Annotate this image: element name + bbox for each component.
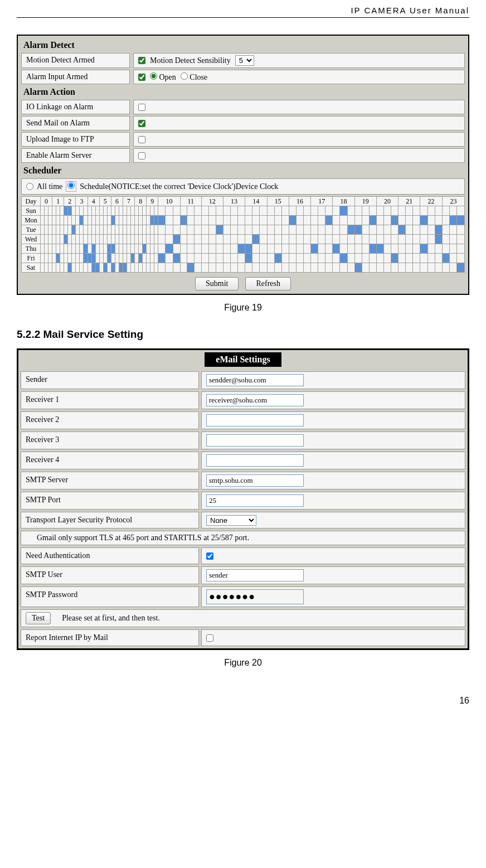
schedule-cell[interactable] (311, 206, 318, 216)
schedule-cell[interactable] (340, 254, 347, 263)
schedule-cell[interactable] (333, 225, 340, 235)
schedule-cell[interactable] (154, 206, 158, 216)
schedule-cell[interactable] (252, 216, 260, 225)
schedule-cell[interactable] (80, 216, 84, 225)
schedule-cell[interactable] (139, 235, 143, 244)
schedule-cell[interactable] (201, 216, 208, 225)
schedule-cell[interactable] (88, 216, 91, 225)
schedule-cell[interactable] (139, 216, 143, 225)
schedule-cell[interactable] (289, 225, 296, 235)
sender-input[interactable] (206, 374, 304, 386)
schedule-cell[interactable] (68, 244, 72, 254)
schedule-cell[interactable] (238, 244, 245, 254)
schedule-radio[interactable] (67, 182, 75, 189)
schedule-cell[interactable] (48, 263, 52, 273)
schedule-cell[interactable] (376, 244, 383, 254)
schedule-cell[interactable] (123, 244, 127, 254)
schedule-cell[interactable] (406, 244, 413, 254)
schedule-cell[interactable] (223, 263, 230, 273)
schedule-cell[interactable] (41, 206, 45, 216)
schedule-cell[interactable] (143, 244, 147, 254)
schedule-cell[interactable] (406, 216, 413, 225)
schedule-cell[interactable] (99, 254, 103, 263)
schedule-cell[interactable] (107, 206, 111, 216)
schedule-cell[interactable] (84, 263, 88, 273)
schedule-cell[interactable] (391, 254, 398, 263)
schedule-cell[interactable] (41, 254, 45, 263)
schedule-cell[interactable] (143, 225, 147, 235)
schedule-cell[interactable] (195, 235, 202, 244)
schedule-cell[interactable] (449, 206, 456, 216)
schedule-cell[interactable] (76, 216, 80, 225)
schedule-cell[interactable] (231, 244, 238, 254)
schedule-cell[interactable] (195, 244, 202, 254)
schedule-cell[interactable] (267, 263, 274, 273)
schedule-cell[interactable] (52, 254, 56, 263)
schedule-cell[interactable] (131, 206, 135, 216)
schedule-cell[interactable] (131, 254, 135, 263)
schedule-cell[interactable] (238, 254, 245, 263)
schedule-cell[interactable] (281, 216, 289, 225)
schedule-cell[interactable] (115, 225, 119, 235)
schedule-cell[interactable] (80, 206, 84, 216)
schedule-cell[interactable] (52, 225, 56, 235)
schedule-cell[interactable] (111, 244, 115, 254)
schedule-cell[interactable] (95, 244, 99, 254)
schedule-cell[interactable] (201, 235, 208, 244)
schedule-cell[interactable] (231, 254, 238, 263)
schedule-cell[interactable] (296, 263, 303, 273)
schedule-cell[interactable] (216, 225, 223, 235)
schedule-cell[interactable] (325, 254, 333, 263)
schedule-cell[interactable] (223, 244, 230, 254)
schedule-cell[interactable] (281, 225, 289, 235)
schedule-cell[interactable] (150, 235, 154, 244)
schedule-cell[interactable] (88, 235, 91, 244)
schedule-cell[interactable] (376, 225, 383, 235)
schedule-cell[interactable] (147, 225, 150, 235)
schedule-cell[interactable] (56, 263, 60, 273)
schedule-cell[interactable] (413, 263, 420, 273)
schedule-cell[interactable] (131, 216, 135, 225)
schedule-cell[interactable] (274, 235, 281, 244)
schedule-cell[interactable] (435, 263, 442, 273)
schedule-cell[interactable] (139, 244, 143, 254)
schedule-cell[interactable] (143, 235, 147, 244)
schedule-cell[interactable] (435, 216, 442, 225)
motion-detect-checkbox[interactable] (138, 57, 145, 64)
schedule-cell[interactable] (103, 216, 107, 225)
schedule-cell[interactable] (166, 254, 173, 263)
schedule-cell[interactable] (281, 235, 289, 244)
schedule-cell[interactable] (420, 244, 427, 254)
schedule-cell[interactable] (76, 225, 80, 235)
schedule-cell[interactable] (91, 206, 95, 216)
schedule-cell[interactable] (187, 225, 195, 235)
schedule-cell[interactable] (95, 206, 99, 216)
schedule-cell[interactable] (154, 225, 158, 235)
schedule-cell[interactable] (127, 254, 131, 263)
schedule-cell[interactable] (88, 206, 91, 216)
schedule-cell[interactable] (406, 263, 413, 273)
schedule-cell[interactable] (147, 263, 150, 273)
schedule-cell[interactable] (376, 263, 383, 273)
schedule-cell[interactable] (398, 225, 406, 235)
schedule-cell[interactable] (88, 225, 91, 235)
schedule-cell[interactable] (449, 216, 456, 225)
schedule-cell[interactable] (99, 235, 103, 244)
schedule-cell[interactable] (135, 216, 139, 225)
schedule-cell[interactable] (173, 216, 180, 225)
schedule-cell[interactable] (245, 225, 252, 235)
schedule-cell[interactable] (115, 263, 119, 273)
schedule-cell[interactable] (115, 235, 119, 244)
schedule-cell[interactable] (99, 225, 103, 235)
schedule-cell[interactable] (456, 216, 464, 225)
schedule-cell[interactable] (131, 235, 135, 244)
schedule-cell[interactable] (127, 206, 131, 216)
schedule-cell[interactable] (391, 244, 398, 254)
schedule-cell[interactable] (354, 263, 362, 273)
schedule-cell[interactable] (296, 216, 303, 225)
schedule-cell[interactable] (107, 216, 111, 225)
schedule-cell[interactable] (127, 225, 131, 235)
schedule-cell[interactable] (376, 254, 383, 263)
schedule-cell[interactable] (139, 254, 143, 263)
schedule-cell[interactable] (354, 254, 362, 263)
